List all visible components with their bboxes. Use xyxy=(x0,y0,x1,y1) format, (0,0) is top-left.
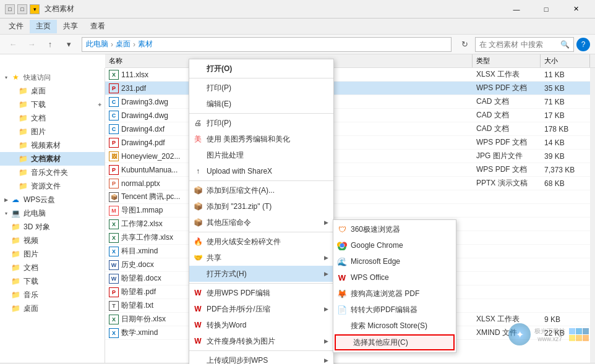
ctx-divider-6 xyxy=(189,350,333,351)
sharex-icon: ↑ xyxy=(192,165,204,177)
ctx-openwith[interactable]: 打开方式(H) xyxy=(189,266,333,282)
wps-icon3: W xyxy=(192,319,204,331)
ctx-divider-2 xyxy=(189,113,333,114)
openwith-store[interactable]: 搜索 Microsoft Store(S) xyxy=(333,318,456,334)
ctx-divider-1 xyxy=(189,78,333,78)
openwith-sogou[interactable]: 🦊 搜狗高速浏览器 PDF xyxy=(333,286,456,302)
zzds-icon: 📄 xyxy=(336,303,348,316)
ctx-wps-edit[interactable]: W 使用WPS PDF编辑 xyxy=(189,285,333,301)
ctx-print2[interactable]: 🖨 打印(P) xyxy=(189,115,333,131)
wps-icon4: W xyxy=(192,335,204,347)
watermark-logo: ✦ xyxy=(508,323,531,345)
ctx-sharex[interactable]: ↑ Upload with ShareX xyxy=(189,163,333,179)
watermark-grid xyxy=(569,328,589,341)
compress-icon: 📦 xyxy=(192,184,204,197)
ctx-edit[interactable]: 编辑(E) xyxy=(189,96,333,112)
ctx-open[interactable]: 打开(O) xyxy=(189,61,333,77)
context-menu: 打开(O) 打印(P) 编辑(E) 🖨 打印(P) 美 使用 美图秀秀编辑和美化… xyxy=(189,59,334,364)
ctx-share[interactable]: 🤝 共享 xyxy=(189,250,333,266)
openwith-zzds[interactable]: 📄 转转大师PDF编辑器 xyxy=(333,302,456,318)
ctx-shred[interactable]: 🔥 使用火绒安全粉碎文件 xyxy=(189,234,333,250)
ctx-divider-3 xyxy=(189,180,333,181)
ctx-print1[interactable]: 打印(P) xyxy=(189,80,333,96)
openwith-submenu: 🛡 360极速浏览器 Google Chrome 🌊 Microsoft Edg… xyxy=(333,219,456,353)
ctx-wps-word[interactable]: W 转换为Word xyxy=(189,317,333,333)
ctx-batch[interactable]: 图片批处理 xyxy=(189,147,333,163)
openwith-other[interactable]: 选择其他应用(C) xyxy=(335,334,455,350)
360-icon: 🛡 xyxy=(336,223,348,235)
ctx-meitu[interactable]: 美 使用 美图秀秀编辑和美化 xyxy=(189,131,333,147)
openwith-360[interactable]: 🛡 360极速浏览器 xyxy=(333,221,456,237)
sogou-icon: 🦊 xyxy=(336,287,348,300)
wps-office-icon: W xyxy=(336,271,348,284)
meitu-icon: 美 xyxy=(192,133,204,145)
svg-point-1 xyxy=(340,243,345,248)
ctx-wps-merge[interactable]: W PDF合并/拆分/压缩 xyxy=(189,301,333,317)
ctx-divider-5 xyxy=(189,283,333,284)
ctx-more-compress[interactable]: 📦 其他压缩命令 xyxy=(189,214,333,231)
wps-icon2: W xyxy=(192,303,204,315)
ctx-compress2[interactable]: 📦 添加到 "231.zip" (T) xyxy=(189,198,333,214)
ctx-divider-4 xyxy=(189,232,333,232)
wps-icon: W xyxy=(192,287,204,299)
openwith-chrome[interactable]: Google Chrome xyxy=(333,237,456,253)
print-icon: 🖨 xyxy=(192,117,204,129)
edge-icon: 🌊 xyxy=(336,255,348,268)
shred-icon: 🔥 xyxy=(192,235,204,248)
ctx-wps-slim[interactable]: W 文件瘦身/转换为图片 xyxy=(189,333,333,349)
openwith-wps[interactable]: W WPS Office xyxy=(333,269,456,286)
ctx-compress1[interactable]: 📦 添加到压缩文件(A)... xyxy=(189,182,333,198)
compress-icon2: 📦 xyxy=(192,200,204,213)
context-overlay: 打开(O) 打印(P) 编辑(E) 🖨 打印(P) 美 使用 美图秀秀编辑和美化… xyxy=(0,0,595,364)
watermark-text: 极光下载站 www.xz7 xyxy=(534,327,565,342)
ctx-upload-wps[interactable]: 上传或同步到WPS xyxy=(189,352,333,364)
share-icon: 🤝 xyxy=(192,252,204,264)
compress-icon3: 📦 xyxy=(192,216,204,229)
openwith-edge[interactable]: 🌊 Microsoft Edge xyxy=(333,253,456,269)
watermark: ✦ 极光下载站 www.xz7 xyxy=(508,323,589,345)
chrome-icon xyxy=(336,239,348,252)
